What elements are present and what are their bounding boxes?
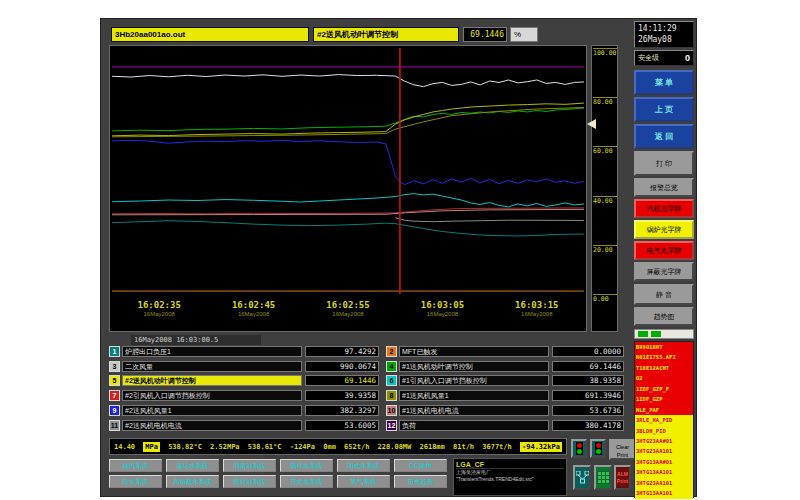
nav-button[interactable]: 润滑油系统 xyxy=(223,459,276,472)
legend-row[interactable]: 3二次风量990.0674 xyxy=(109,361,379,373)
legend-row[interactable]: 8#1送风机风量1691.3946 xyxy=(386,390,624,402)
sidebar-button-gray-4[interactable]: 报警总览 xyxy=(634,178,694,197)
legend-name: #1送风机电机电流 xyxy=(399,405,549,416)
date-tick: 16May2008 xyxy=(421,311,464,317)
y-axis-tick-label: 0.00 xyxy=(593,294,617,303)
legend-row[interactable]: 7#2引风机入口调节挡板控制39.9358 xyxy=(109,390,379,402)
date-tick: 16May2008 xyxy=(232,311,275,317)
sidebar-button-gray-8[interactable]: 屏蔽光字牌 xyxy=(634,262,694,281)
traffic-light-button-2[interactable] xyxy=(590,439,606,458)
legend-row[interactable]: 9#2送风机风量1382.3297 xyxy=(109,405,379,417)
trend-point-tag: 3Hb20aa001ao.out xyxy=(111,27,309,42)
nav-button[interactable]: 密封油系统 xyxy=(223,475,276,488)
alarm-tag[interactable]: 3BLDH_PID xyxy=(635,426,693,436)
trend-line xyxy=(395,218,584,222)
legend-name: 二次风量 xyxy=(122,361,302,372)
comm-status-strip xyxy=(634,329,694,339)
legend-value: 53.6736 xyxy=(552,405,624,416)
legend-value: 39.9358 xyxy=(305,390,379,401)
nav-button[interactable]: 开式水系统 xyxy=(280,475,333,488)
alarm-tag[interactable]: N01E17S5.AFI xyxy=(635,352,693,362)
status-value: 538.82°C xyxy=(168,443,202,451)
clock: 14:11:29 26May08 xyxy=(634,21,694,48)
y-axis-tick-label: 60.00 xyxy=(593,146,617,155)
nav-button[interactable]: 氢气系统 xyxy=(337,475,390,488)
sidebar-button-gray-9[interactable]: 静 音 xyxy=(634,284,694,305)
legend-row[interactable]: 1炉膛出口负压197.4292 xyxy=(109,346,379,358)
legend-value: 97.4292 xyxy=(305,346,379,357)
clear-print-label: Print xyxy=(611,451,634,459)
nav-button[interactable]: 闭式水系统 xyxy=(337,459,390,472)
nav-button[interactable]: 历史趋势 xyxy=(394,475,447,488)
legend-color-badge: 3 xyxy=(109,361,120,372)
grid-icon xyxy=(597,471,610,484)
alarm-tag[interactable]: 1IDF_GZP xyxy=(635,394,693,404)
legend-color-badge: 4 xyxy=(386,361,397,372)
alarm-tag[interactable]: 3HTG13AA#01 xyxy=(635,457,693,467)
alarm-tag[interactable]: 1IDF_GZP_F xyxy=(635,384,693,394)
alarm-tag[interactable]: 3HTG13AA101 xyxy=(635,488,693,498)
alarm-tag[interactable]: O2 xyxy=(635,373,693,383)
nav-button[interactable]: 抽汽系统 xyxy=(109,459,162,472)
dcs-trend-window: 3Hb20aa001ao.out #2送风机动叶调节控制 69.1446 % 1… xyxy=(100,18,697,497)
legend-color-badge: 6 xyxy=(386,375,397,386)
network-button[interactable] xyxy=(573,465,591,490)
legend-row[interactable]: 2MFT已触发0.0000 xyxy=(386,346,624,358)
alarm-print-label: Print xyxy=(616,478,629,485)
sidebar-button-blue-1[interactable]: 上 页 xyxy=(634,97,694,122)
sidebar-button-gray-3[interactable]: 打 印 xyxy=(634,151,694,176)
sidebar-button-red-5[interactable]: 汽机光字牌 xyxy=(634,199,694,218)
sidebar-button-blue-2[interactable]: 返 回 xyxy=(634,124,694,149)
alarm-tag[interactable]: T18E12ACHT xyxy=(635,363,693,373)
alarm-tag[interactable]: 3HTG23AA101 xyxy=(635,446,693,456)
sidebar: 14:11:29 26May08 安全级 0 菜 单上 页返 回打 印报警总览汽… xyxy=(633,19,696,498)
screen-id: LGA_CF xyxy=(456,460,564,469)
time-tick: 16:03:05 xyxy=(421,300,464,310)
legend-row[interactable]: 5#2送风机动叶调节控制69.1446 xyxy=(109,375,379,387)
legend-value: 69.1446 xyxy=(305,375,379,386)
legend-value: 380.4178 xyxy=(552,420,624,431)
alarm-tag[interactable]: B99018HT xyxy=(635,342,693,352)
trend-chart-area[interactable]: 16:02:3516May200816:02:4516May200816:02:… xyxy=(109,45,587,332)
trend-line xyxy=(112,140,584,184)
time-axis-label: 16:02:5516May2008 xyxy=(326,300,369,317)
alarm-tag[interactable]: 3HTG23AA101 xyxy=(635,478,693,488)
alarm-tag[interactable]: 3RLE_HA_PID xyxy=(635,415,693,425)
alarm-tag[interactable]: 3HTG13AA101 xyxy=(635,467,693,477)
sidebar-button-gray-10[interactable]: 趋势图 xyxy=(634,307,694,326)
legend-value: 382.3297 xyxy=(305,405,379,416)
sidebar-button-yellow-6[interactable]: 锅炉光字牌 xyxy=(634,220,694,239)
sidebar-button-red-7[interactable]: 电气光字牌 xyxy=(634,241,694,260)
nav-button[interactable]: 循环水系统 xyxy=(280,459,333,472)
nav-button[interactable]: 凝结水系统 xyxy=(166,459,219,472)
legend-color-badge: 10 xyxy=(386,405,397,416)
clock-time: 14:11:29 xyxy=(638,23,690,34)
network-icon xyxy=(576,471,589,484)
legend-column-left: 1炉膛出口负压197.42923二次风量990.06745#2送风机动叶调节控制… xyxy=(109,346,379,434)
legend-row[interactable]: 11#2送风机电机电流53.6005 xyxy=(109,420,379,432)
legend-row[interactable]: 4#1送风机动叶调节控制69.1446 xyxy=(386,361,624,373)
grid-view-button[interactable] xyxy=(594,465,612,490)
comm-led-icon xyxy=(651,331,661,337)
legend-name: 负荷 xyxy=(399,420,549,431)
nav-button[interactable]: 给水系统 xyxy=(109,475,162,488)
legend-row[interactable]: 10#1送风机电机电流53.6736 xyxy=(386,405,624,417)
alarm-tag[interactable]: NLE_PAF xyxy=(635,405,693,415)
system-nav-row-1: 抽汽系统凝结水系统润滑油系统循环水系统闭式水系统CC操作 xyxy=(109,459,447,472)
status-value: 14.40 xyxy=(114,443,135,451)
alarm-print-button[interactable]: ALM Print xyxy=(614,465,631,490)
alarm-tag[interactable]: 3HTG23AA#01 xyxy=(635,436,693,446)
traffic-light-button-1[interactable] xyxy=(571,439,587,458)
trend-plot[interactable] xyxy=(112,48,584,294)
legend-row[interactable]: 6#1引风机入口调节挡板控制38.9358 xyxy=(386,375,624,387)
y-axis-tick-label: 80.00 xyxy=(593,97,617,106)
legend-row[interactable]: 12负荷380.4178 xyxy=(386,420,624,432)
nav-button[interactable]: CC操作 xyxy=(394,459,447,472)
sidebar-button-blue-0[interactable]: 菜 单 xyxy=(634,70,694,95)
nav-button[interactable]: 高加疏水系统 xyxy=(166,475,219,488)
legend-color-badge: 5 xyxy=(109,375,120,386)
scale-pointer-icon[interactable] xyxy=(587,119,596,129)
screen-info-box: LGA_CF 上海吴泾发电厂 "TransientTrends.TREND4Ed… xyxy=(453,458,567,496)
clear-print-button[interactable]: Clear Print xyxy=(609,439,636,460)
status-value: MPa xyxy=(143,442,160,452)
